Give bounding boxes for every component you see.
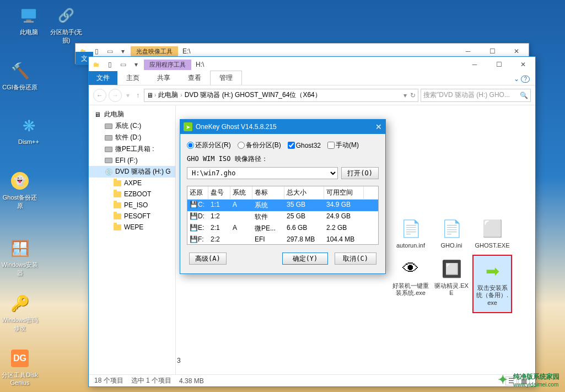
- ini-icon: 📄: [399, 217, 422, 240]
- breadcrumb-path[interactable]: DVD 驱动器 (H:) GHOST_WIN7_64位（X64）: [184, 90, 322, 100]
- nav-recent-icon[interactable]: ▾: [124, 92, 132, 99]
- manage-tab[interactable]: 管理: [210, 71, 242, 85]
- file-installer[interactable]: 👁好装机一键重装系统.exe: [391, 255, 431, 313]
- dropdown-icon[interactable]: ▾: [119, 47, 127, 56]
- table-row[interactable]: 💾C:1:1A系统35 GB34.9 GB: [187, 200, 378, 211]
- truncated-count: 3: [177, 357, 181, 364]
- file-autorun[interactable]: 📄autorun.inf: [391, 214, 431, 251]
- file-install-backup[interactable]: ➡双击安装系统（备用）.exe: [472, 255, 512, 313]
- eye-icon: 👁: [399, 257, 422, 280]
- view-tab[interactable]: 查看: [179, 71, 210, 85]
- home-tab[interactable]: 主页: [117, 71, 148, 85]
- statusbar: 18 个项目 选中 1 个项目 4.38 MB ☰▦: [89, 374, 535, 386]
- tree-drive-d[interactable]: 软件 (D:): [89, 132, 175, 143]
- file-ghost-exe[interactable]: ⬜GHOST.EXE: [472, 214, 512, 251]
- desktop-icon-win-password[interactable]: 🔑Windows密码修改: [0, 292, 40, 332]
- tree-drive-h[interactable]: 💿DVD 驱动器 (H:) G: [89, 166, 175, 178]
- table-row[interactable]: 💾D:1:2软件25 GB24.9 GB: [187, 211, 378, 223]
- search-input[interactable]: 搜索"DVD 驱动器 (H:) GHO...🔍: [421, 89, 531, 102]
- divider-icon: ▯: [105, 60, 114, 69]
- nav-forward-button[interactable]: →: [109, 89, 122, 102]
- cancel-button[interactable]: 取消(C): [335, 253, 376, 265]
- ini-icon: 📄: [440, 217, 463, 240]
- open-button[interactable]: 打开(O): [341, 167, 379, 179]
- option-row: 还原分区(R) 备份分区(B) Ghost32 手动(M): [187, 141, 379, 150]
- svg-rect-0: [21, 9, 36, 19]
- exe-icon: ⬜: [481, 217, 504, 240]
- title-drive: H:\: [191, 61, 204, 68]
- tree-drive-pe[interactable]: 微PE工具箱 :: [89, 143, 175, 155]
- status-item-count: 18 个项目: [94, 376, 123, 385]
- table-row[interactable]: 💾E:2:1A微PE...6.6 GB2.2 GB: [187, 223, 378, 234]
- nav-back-button[interactable]: ←: [93, 89, 106, 102]
- tree-folder-peiso[interactable]: PE_ISO: [89, 200, 175, 211]
- tree-folder-wepe[interactable]: WEPE: [89, 222, 175, 233]
- nav-tree[interactable]: 🖥此电脑 系统 (C:) 软件 (D:) 微PE工具箱 : EFI (F:) 💿…: [89, 105, 176, 374]
- addr-dropdown-icon[interactable]: ▾: [403, 92, 407, 99]
- search-icon[interactable]: 🔍: [520, 92, 528, 99]
- tree-this-pc[interactable]: 🖥此电脑: [89, 109, 175, 120]
- backup-radio[interactable]: 备份分区(B): [238, 141, 281, 150]
- app-icon: ➤: [184, 122, 192, 131]
- folder-icon[interactable]: 🖿: [92, 60, 101, 69]
- ok-button[interactable]: 确定(Y): [282, 253, 329, 265]
- tree-folder-pesoft[interactable]: PESOFT: [89, 211, 175, 222]
- status-selected: 选中 1 个项目: [131, 376, 171, 385]
- dropdown-icon[interactable]: ▾: [132, 60, 141, 69]
- refresh-button[interactable]: ↻: [410, 92, 416, 99]
- watermark: ✦ 纯净版系统家园www.yidaimei.com: [496, 372, 559, 388]
- svg-rect-1: [26, 20, 31, 22]
- desktop-icon-dism[interactable]: ❋Dism++: [9, 115, 49, 145]
- file-driver[interactable]: 🔲驱动精灵.EXE: [432, 255, 471, 313]
- tree-folder-ezboot[interactable]: EZBOOT: [89, 189, 175, 200]
- desktop-icon-partition-assist[interactable]: 🔗分区助手(无损): [46, 4, 86, 45]
- breadcrumb-root[interactable]: 此电脑: [157, 90, 179, 100]
- dialog-titlebar[interactable]: ➤ OneKey Ghost V14.5.8.215 ✕: [180, 120, 385, 134]
- table-header: 还原盘号系统卷标总大小可用空间: [187, 186, 378, 200]
- desktop-icon-win-installer[interactable]: 🪟Windows安装器: [0, 237, 40, 277]
- tree-drive-c[interactable]: 系统 (C:): [89, 120, 175, 132]
- restore-radio[interactable]: 还原分区(R): [187, 141, 231, 150]
- ghost32-checkbox[interactable]: Ghost32: [288, 142, 321, 149]
- manual-checkbox[interactable]: 手动(M): [327, 141, 359, 150]
- advanced-button[interactable]: 高级(A): [189, 253, 227, 265]
- tree-drive-f[interactable]: EFI (F:): [89, 155, 175, 166]
- pc-icon: 🖥: [93, 110, 102, 119]
- table-row[interactable]: 💾F:2:2EFI297.8 MB104.4 MB: [187, 234, 378, 244]
- path-label: GHO WIM ISO 映像路径：: [187, 154, 379, 164]
- props-icon[interactable]: ▭: [105, 47, 114, 56]
- minimize-button[interactable]: ─: [462, 57, 487, 72]
- maximize-button[interactable]: ☐: [487, 57, 511, 72]
- nav-up-button[interactable]: ↑: [134, 92, 142, 99]
- pc-icon: 🖥: [147, 92, 153, 99]
- status-size: 4.38 MB: [179, 377, 204, 385]
- dialog-title: OneKey Ghost V14.5.8.215: [196, 123, 277, 131]
- dialog-close-button[interactable]: ✕: [375, 122, 382, 131]
- tool-tab-back: 光盘映像工具: [131, 46, 178, 57]
- desktop-icon-cgi[interactable]: 🔨CGI备份还原: [0, 60, 40, 92]
- file-tab[interactable]: 文件: [89, 71, 117, 85]
- divider-icon: ▯: [92, 47, 101, 56]
- desktop-icon-diskgenius[interactable]: DG分区工具DiskGenius: [0, 347, 40, 386]
- share-tab[interactable]: 共享: [148, 71, 179, 85]
- address-bar[interactable]: 🖥› 此电脑› DVD 驱动器 (H:) GHOST_WIN7_64位（X64）…: [144, 89, 418, 102]
- logo-icon: ✦: [496, 373, 510, 387]
- chip-icon: 🔲: [440, 257, 463, 280]
- tool-tab: 应用程序工具: [144, 60, 191, 70]
- desktop-icon-ghost[interactable]: 👻Ghost备份还原: [0, 170, 40, 210]
- onekey-dialog: ➤ OneKey Ghost V14.5.8.215 ✕ 还原分区(R) 备份分…: [180, 119, 386, 274]
- desktop-icon-this-pc[interactable]: 此电脑: [9, 4, 49, 36]
- partition-table[interactable]: 还原盘号系统卷标总大小可用空间 💾C:1:1A系统35 GB34.9 GB 💾D…: [187, 186, 379, 245]
- tree-folder-axpe[interactable]: AXPE: [89, 178, 175, 189]
- props-icon[interactable]: ▭: [119, 60, 127, 69]
- arrow-icon: ➡: [481, 259, 504, 282]
- file-gho-ini[interactable]: 📄GHO.ini: [432, 214, 471, 251]
- ribbon-expand-icon[interactable]: ⌄ ?: [508, 73, 535, 85]
- svg-rect-2: [24, 22, 34, 23]
- close-button[interactable]: ✕: [511, 57, 535, 72]
- path-select[interactable]: H:\win7.gho: [187, 167, 338, 179]
- dvd-icon: 💿: [104, 168, 113, 176]
- ribbon: 文件 主页 共享 查看 管理 ⌄ ?: [89, 72, 535, 85]
- qat: 🖿 ▯ ▭ ▾: [89, 60, 144, 69]
- title-drive-back: E:\: [178, 47, 191, 55]
